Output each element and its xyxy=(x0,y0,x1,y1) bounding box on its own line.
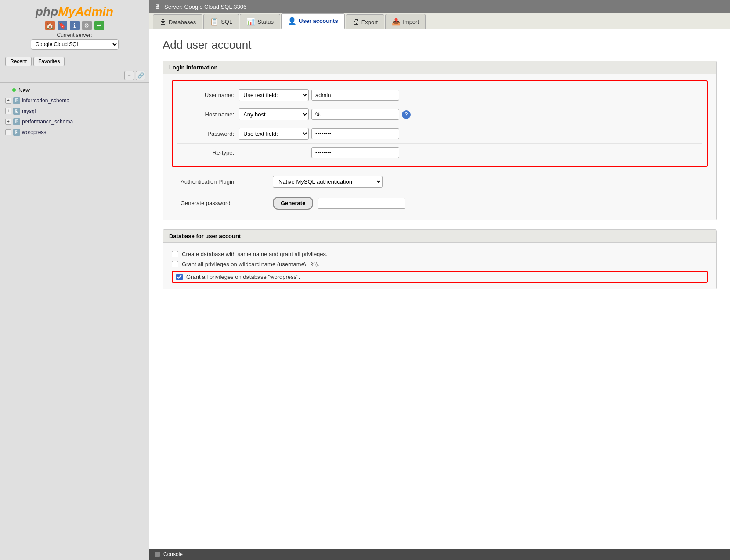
db-cylinder-icon: 🗄 xyxy=(13,118,20,125)
retype-controls xyxy=(239,147,702,158)
tab-databases-label: Databases xyxy=(169,19,196,25)
hostname-controls: Any host ? xyxy=(239,108,702,120)
new-db-label: New xyxy=(18,87,30,94)
wordpress-privileges-label: Grant all privileges on database "wordpr… xyxy=(186,274,300,280)
db-name-information-schema[interactable]: information_schema xyxy=(22,98,69,104)
bookmark-icon[interactable]: 🔖 xyxy=(58,21,67,30)
tab-sql-label: SQL xyxy=(221,18,232,25)
auth-plugin-select[interactable]: Native MySQL authentication xyxy=(273,176,383,188)
expand-icon[interactable]: + xyxy=(5,119,11,125)
expand-icon[interactable]: − xyxy=(5,129,11,135)
generate-password-label: Generate password: xyxy=(181,200,268,206)
status-icon: 📊 xyxy=(246,18,255,26)
username-type-select[interactable]: Use text field: xyxy=(239,89,309,101)
credentials-highlight-box: User name: Use text field: Host name: xyxy=(172,80,708,167)
page-title: Add user account xyxy=(163,38,717,52)
db-cylinder-icon: 🗄 xyxy=(13,129,20,136)
generated-password-output[interactable] xyxy=(318,198,405,209)
tab-import[interactable]: 📥 Import xyxy=(385,14,426,29)
green-icon[interactable]: ↩ xyxy=(94,21,104,30)
favorites-button[interactable]: Favorites xyxy=(33,57,65,66)
hostname-row: Host name: Any host ? xyxy=(177,105,702,124)
db-item-performance-schema[interactable]: + 🗄 performance_schema xyxy=(0,116,149,127)
generate-password-row: Generate password: Generate xyxy=(172,192,708,214)
wildcard-privileges-label: Grant all privileges on wildcard name (u… xyxy=(182,261,319,267)
username-input[interactable] xyxy=(311,90,399,101)
tab-export[interactable]: 🖨 Export xyxy=(346,14,385,29)
password-type-select[interactable]: Use text field: xyxy=(239,128,309,140)
database-tree: New + 🗄 information_schema + 🗄 mysql + 🗄… xyxy=(0,83,149,139)
tab-status-label: Status xyxy=(257,18,274,25)
checkbox-row-2: Grant all privileges on wildcard name (u… xyxy=(172,259,708,269)
new-db-item[interactable]: New xyxy=(0,85,149,95)
logo-php: php xyxy=(36,5,58,18)
retype-input[interactable] xyxy=(311,147,399,158)
hostname-type-select[interactable]: Any host xyxy=(239,108,309,120)
help-icon[interactable]: ? xyxy=(402,110,411,119)
auth-plugin-label: Authentication Plugin xyxy=(181,178,268,185)
retype-row: Re-type: xyxy=(177,144,702,162)
database-section: Database for user account Create databas… xyxy=(163,229,717,289)
login-section-body: User name: Use text field: Host name: xyxy=(163,74,716,220)
server-label: Current server: xyxy=(7,32,142,38)
database-section-header: Database for user account xyxy=(163,230,716,243)
gear-icon[interactable]: ⚙ xyxy=(82,21,92,30)
import-icon: 📥 xyxy=(392,18,401,26)
console-icon xyxy=(155,552,160,557)
recent-button[interactable]: Recent xyxy=(5,57,32,66)
tab-status[interactable]: 📊 Status xyxy=(240,14,280,29)
home-icon[interactable]: 🏠 xyxy=(45,21,55,30)
server-icon: 🖥 xyxy=(155,3,161,10)
create-db-checkbox[interactable] xyxy=(172,251,178,257)
hostname-input[interactable] xyxy=(311,109,399,120)
tab-export-label: Export xyxy=(361,19,378,25)
login-section-title: Login Information xyxy=(169,64,217,71)
tab-databases[interactable]: 🗄 Databases xyxy=(153,14,202,29)
link-icon[interactable]: 🔗 xyxy=(136,71,145,80)
sidebar: phpMyAdmin 🏠 🔖 ℹ ⚙ ↩ Current server: Goo… xyxy=(0,0,149,560)
title-bar: 🖥 Server: Google Cloud SQL:3306 xyxy=(149,0,730,13)
info-icon[interactable]: ℹ xyxy=(70,21,80,30)
main-content: 🖥 Server: Google Cloud SQL:3306 🗄 Databa… xyxy=(149,0,730,560)
db-name-wordpress[interactable]: wordpress xyxy=(22,129,46,135)
checkbox-row-3-highlighted: Grant all privileges on database "wordpr… xyxy=(172,271,708,283)
user-accounts-icon: 👤 xyxy=(288,17,296,25)
new-dot-icon xyxy=(12,88,16,92)
password-input[interactable] xyxy=(311,128,399,139)
auth-plugin-row: Authentication Plugin Native MySQL authe… xyxy=(172,171,708,192)
db-item-information-schema[interactable]: + 🗄 information_schema xyxy=(0,95,149,106)
wordpress-privileges-checkbox[interactable] xyxy=(176,274,183,280)
password-row: Password: Use text field: xyxy=(177,124,702,144)
sql-icon: 📋 xyxy=(210,18,219,26)
wildcard-privileges-checkbox[interactable] xyxy=(172,261,178,267)
password-controls: Use text field: xyxy=(239,128,702,140)
console-bar[interactable]: Console xyxy=(149,549,730,560)
server-select[interactable]: Google Cloud SQL xyxy=(31,39,119,50)
db-cylinder-icon: 🗄 xyxy=(13,108,20,115)
db-item-wordpress[interactable]: − 🗄 wordpress xyxy=(0,127,149,137)
db-item-mysql[interactable]: + 🗄 mysql xyxy=(0,106,149,116)
page-content: Add user account Login Information User … xyxy=(149,29,730,549)
username-row: User name: Use text field: xyxy=(177,86,702,105)
generate-button[interactable]: Generate xyxy=(273,197,313,210)
expand-icon[interactable]: + xyxy=(5,98,11,104)
expand-icon[interactable]: + xyxy=(5,108,11,114)
database-section-body: Create database with same name and grant… xyxy=(163,243,716,289)
tab-sql[interactable]: 📋 SQL xyxy=(203,14,239,29)
username-controls: Use text field: xyxy=(239,89,702,101)
db-name-mysql[interactable]: mysql xyxy=(22,108,36,114)
logo-myadmin: MyAdmin xyxy=(58,5,113,18)
databases-icon: 🗄 xyxy=(159,18,166,26)
tab-user-accounts[interactable]: 👤 User accounts xyxy=(281,13,345,29)
login-section: Login Information User name: Use text fi… xyxy=(163,61,717,220)
db-name-performance-schema[interactable]: performance_schema xyxy=(22,119,73,125)
username-label: User name: xyxy=(177,92,234,98)
tab-user-accounts-label: User accounts xyxy=(299,18,338,24)
console-label: Console xyxy=(163,551,183,557)
minimize-icon[interactable]: − xyxy=(124,71,134,80)
tab-bar: 🗄 Databases 📋 SQL 📊 Status 👤 User accoun… xyxy=(149,13,730,29)
tab-import-label: Import xyxy=(403,18,419,25)
retype-label: Re-type: xyxy=(177,149,234,156)
create-db-label: Create database with same name and grant… xyxy=(182,251,328,257)
export-icon: 🖨 xyxy=(352,18,359,26)
